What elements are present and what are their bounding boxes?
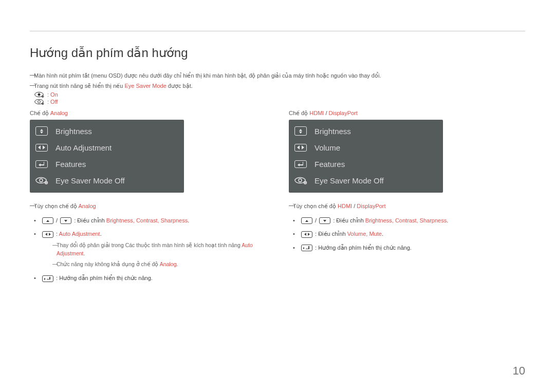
note-osd: ― Màn hình nút phím tắt (menu OSD) được … xyxy=(30,71,525,81)
analog-opt-note: ― Tùy chọn chế độ Analog xyxy=(30,202,260,211)
mode-analog: Analog xyxy=(50,110,68,116)
hdmi-bullets: / : Điều chỉnh Brightness, Contrast, Sha… xyxy=(289,216,519,252)
note-dash: ― xyxy=(30,81,36,90)
key-up-down-icon xyxy=(294,126,307,136)
sub1-post: . xyxy=(84,250,85,256)
svg-point-6 xyxy=(38,101,41,103)
b1-post: . xyxy=(188,217,189,223)
key-left-right-icon xyxy=(35,144,48,152)
sub2-pre: Chức năng này không khả dụng ở chế độ xyxy=(57,261,160,267)
mode-dp: DisplayPort xyxy=(329,110,358,116)
note-eyesaver-hl: Eye Saver Mode xyxy=(124,83,166,89)
note-osd-text: Màn hình nút phím tắt (menu OSD) được nê… xyxy=(34,72,381,79)
sub1-pre: Thay đổi độ phân giải trong Các thuộc tí… xyxy=(57,242,242,248)
mode-label-hdmi-dp: Chế độ HDMI / DisplayPort xyxy=(289,110,519,117)
b1-pre: : Điều chỉnh xyxy=(72,217,106,223)
osd-row-brightness: Brightness xyxy=(289,123,443,139)
r-b2-pre: : Điều chỉnh xyxy=(313,231,347,237)
key-down-icon xyxy=(60,217,71,224)
b2-post: . xyxy=(100,231,102,237)
top-rule xyxy=(30,31,525,31)
analog-opt-hl: Analog xyxy=(78,203,96,209)
hdmi-bullet-2: : Điều chỉnh Volume, Mute. xyxy=(289,230,519,238)
b2-hl: Auto Adjustment xyxy=(59,231,100,237)
sub2-hl: Analog xyxy=(160,261,177,267)
osd-row-brightness: Brightness xyxy=(30,123,184,139)
columns: Chế độ Analog Brightness Auto Adjustment… xyxy=(30,105,525,282)
r-b1-items: Brightness, Contrast, Sharpness xyxy=(365,217,447,223)
eye-plus-icon xyxy=(294,176,307,184)
analog-bullet-1: / : Điều chỉnh Brightness, Contrast, Sha… xyxy=(30,216,260,225)
key-enter-icon xyxy=(35,160,48,168)
r-b2-post: . xyxy=(382,231,383,237)
r-b1-pre: : Điều chỉnh xyxy=(331,217,365,223)
b3: : Hướng dẫn phím hiển thị chức năng. xyxy=(54,275,153,281)
page-number: 10 xyxy=(513,364,525,378)
eye-off-icon xyxy=(34,99,44,105)
osd-features: Features xyxy=(55,160,86,169)
eye-off-line: : Off xyxy=(30,99,525,105)
osd-row-eyesaver: Eye Saver Mode Off xyxy=(289,172,443,189)
key-left-right-icon xyxy=(294,144,307,152)
analog-bullet-2: : Auto Adjustment. ―Thay đổi độ phân giả… xyxy=(30,230,260,269)
key-enter-icon xyxy=(42,275,53,282)
note-dash: ― xyxy=(30,201,36,211)
hdmi-opt-note: ― Tùy chọn chế độ HDMI / DisplayPort xyxy=(289,202,519,211)
osd-eyesaver: Eye Saver Mode Off xyxy=(55,176,125,185)
note-dash: ― xyxy=(30,70,36,80)
osd-panel-analog: Brightness Auto Adjustment Features Eye … xyxy=(30,120,184,193)
analog-bullet-3: : Hướng dẫn phím hiển thị chức năng. xyxy=(30,274,260,283)
analog-notes: ― Tùy chọn chế độ Analog / : Điều chỉnh … xyxy=(30,202,260,282)
col-hdmi-dp: Chế độ HDMI / DisplayPort Brightness Vol… xyxy=(289,105,519,282)
key-down-icon xyxy=(319,217,330,224)
hdmi-opt-hdmi: HDMI xyxy=(338,203,352,209)
page: Hướng dẫn phím dẫn hướng ― Màn hình nút … xyxy=(0,0,555,392)
r-b1-post: . xyxy=(447,217,448,223)
osd-auto: Auto Adjustment xyxy=(55,143,112,152)
eye-off-label: : Off xyxy=(47,99,58,105)
hdmi-bullet-3: : Hướng dẫn phím hiển thị chức năng. xyxy=(289,244,519,252)
key-left-right-icon xyxy=(301,231,312,238)
osd-features: Features xyxy=(314,160,345,169)
b1-items: Brightness, Contrast, Sharpness xyxy=(106,217,188,223)
eye-plus-icon xyxy=(35,176,48,184)
key-enter-icon xyxy=(301,245,312,251)
analog-opt-pre: Tùy chọn chế độ xyxy=(34,203,78,209)
analog-subnote-2: ―Chức năng này không khả dụng ở chế độ A… xyxy=(41,260,260,269)
osd-row-features: Features xyxy=(289,156,443,172)
eye-on-icon xyxy=(34,91,44,98)
b2-pre: : xyxy=(54,231,59,237)
osd-volume: Volume xyxy=(314,143,340,152)
hdmi-opt-slash: / xyxy=(352,203,357,209)
analog-subnote-1: ―Thay đổi độ phân giải trong Các thuộc t… xyxy=(41,241,260,258)
analog-bullets: / : Điều chỉnh Brightness, Contrast, Sha… xyxy=(30,216,260,283)
note-eyesaver: ― Trang nút tính năng sẽ hiển thị nếu Ey… xyxy=(30,82,525,91)
osd-row-auto: Auto Adjustment xyxy=(30,139,184,156)
r-b3: : Hướng dẫn phím hiển thị chức năng. xyxy=(313,245,412,251)
page-title: Hướng dẫn phím dẫn hướng xyxy=(30,46,525,60)
key-left-right-icon xyxy=(42,231,53,238)
r-b2-items: Volume, Mute xyxy=(347,231,382,237)
mode-prefix: Chế độ xyxy=(289,110,309,116)
svg-point-16 xyxy=(299,179,302,182)
hdmi-opt-pre: Tùy chọn chế độ xyxy=(293,203,338,209)
hdmi-opt-dp: DisplayPort xyxy=(357,203,385,209)
mode-slash: / xyxy=(324,110,328,116)
osd-brightness: Brightness xyxy=(314,127,351,136)
mode-prefix: Chế độ xyxy=(30,110,50,116)
osd-row-eyesaver: Eye Saver Mode Off xyxy=(30,172,184,189)
key-up-down-icon xyxy=(35,126,48,136)
osd-eyesaver: Eye Saver Mode Off xyxy=(314,176,384,185)
eye-on-line: : On xyxy=(30,91,525,98)
svg-point-11 xyxy=(40,179,43,182)
key-up-icon xyxy=(42,217,53,224)
osd-row-features: Features xyxy=(30,156,184,172)
svg-point-5 xyxy=(35,100,44,104)
mode-hdmi: HDMI xyxy=(309,110,324,116)
osd-row-volume: Volume xyxy=(289,139,443,156)
note-eyesaver-pre: Trang nút tính năng sẽ hiển thị nếu xyxy=(34,83,124,89)
key-up-icon xyxy=(301,217,312,224)
col-analog: Chế độ Analog Brightness Auto Adjustment… xyxy=(30,105,260,282)
eye-on-label: : On xyxy=(47,91,58,98)
hdmi-bullet-1: / : Điều chỉnh Brightness, Contrast, Sha… xyxy=(289,216,519,225)
